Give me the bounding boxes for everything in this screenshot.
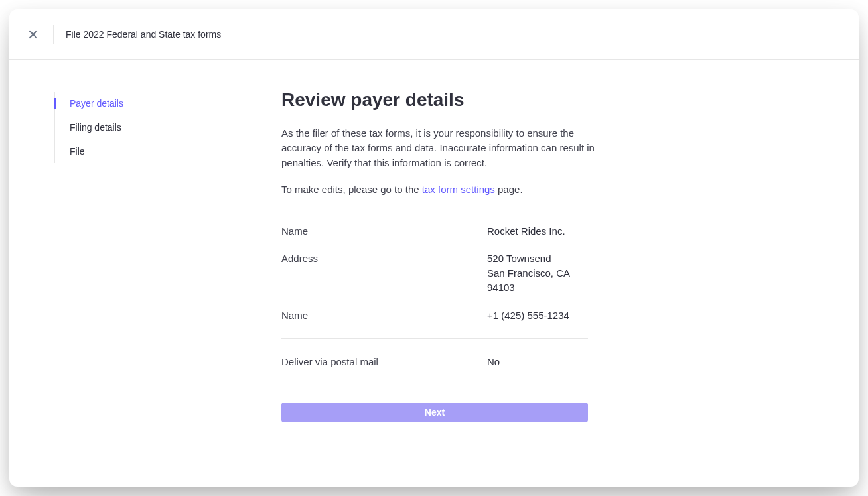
detail-label: Name [281, 224, 487, 239]
next-button[interactable]: Next [281, 403, 588, 422]
detail-value: No [487, 355, 500, 369]
detail-value: +1 (425) 555-1234 [487, 308, 569, 323]
header-divider [53, 25, 54, 44]
section-divider [281, 338, 588, 339]
detail-value: 520 Townsend San Francisco, CA 94103 [487, 251, 588, 294]
page-description: As the filer of these tax forms, it is y… [281, 126, 597, 171]
detail-label: Address [281, 251, 487, 294]
sidebar-item-label: File [70, 146, 85, 156]
close-icon [28, 29, 38, 40]
edit-note-prefix: To make edits, please go to the [281, 184, 422, 195]
detail-row-phone: Name +1 (425) 555-1234 [281, 302, 588, 330]
modal-body: Payer details Filing details File Review… [9, 60, 859, 487]
detail-row-delivery: Deliver via postal mail No [281, 348, 588, 376]
next-button-label: Next [425, 407, 445, 418]
sidebar-item-filing-details[interactable]: Filing details [55, 115, 228, 139]
sidebar: Payer details Filing details File [9, 60, 228, 487]
edit-note: To make edits, please go to the tax form… [281, 182, 600, 198]
sidebar-item-file[interactable]: File [55, 139, 228, 163]
detail-value: Rocket Rides Inc. [487, 224, 565, 239]
nav-list: Payer details Filing details File [54, 92, 228, 163]
close-button[interactable] [23, 24, 44, 45]
detail-label: Name [281, 308, 487, 323]
tax-form-settings-link[interactable]: tax form settings [422, 184, 495, 195]
modal-window: File 2022 Federal and State tax forms Pa… [9, 9, 859, 487]
address-line2: San Francisco, CA 94103 [487, 266, 588, 295]
delivery-section: Deliver via postal mail No [281, 348, 588, 376]
main-content: Review payer details As the filer of the… [228, 60, 600, 487]
page-title: Review payer details [281, 89, 600, 111]
details-table: Name Rocket Rides Inc. Address 520 Towns… [281, 217, 588, 330]
edit-note-suffix: page. [495, 184, 523, 195]
address-line1: 520 Townsend [487, 251, 588, 266]
modal-header: File 2022 Federal and State tax forms [9, 9, 859, 60]
modal-title: File 2022 Federal and State tax forms [66, 29, 221, 40]
sidebar-item-payer-details[interactable]: Payer details [55, 92, 228, 115]
detail-label: Deliver via postal mail [281, 355, 487, 369]
sidebar-item-label: Filing details [70, 122, 121, 133]
sidebar-item-label: Payer details [70, 98, 123, 109]
detail-row-name: Name Rocket Rides Inc. [281, 217, 588, 245]
detail-row-address: Address 520 Townsend San Francisco, CA 9… [281, 245, 588, 301]
